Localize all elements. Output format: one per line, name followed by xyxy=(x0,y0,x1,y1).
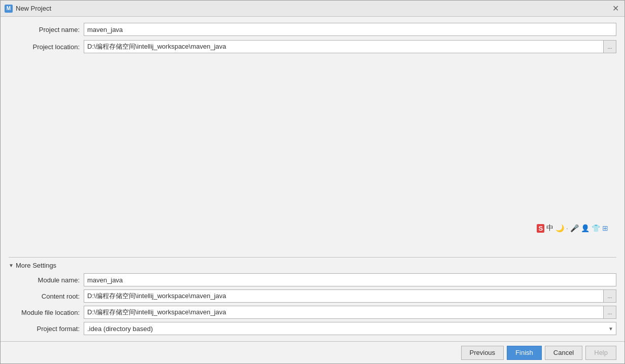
tray-grid-icon: ⊞ xyxy=(602,224,608,232)
tray-dot-icon: · xyxy=(566,224,568,232)
content-area: Project name: Project location: ... S 中 … xyxy=(1,17,624,341)
title-bar-left: M New Project xyxy=(5,5,51,13)
module-file-location-browse-button[interactable]: ... xyxy=(603,306,616,319)
tray-zh-icon: 中 xyxy=(546,224,553,233)
system-tray: S 中 🌙 · 🎤 👤 👕 ⊞ xyxy=(537,224,608,233)
module-file-location-row: Module file location: ... xyxy=(9,306,616,319)
module-file-location-field: ... xyxy=(84,306,616,319)
module-file-location-label: Module file location: xyxy=(9,309,80,316)
more-settings-section: ▼ More Settings Module name: Content roo… xyxy=(9,257,616,335)
tray-shirt-icon: 👕 xyxy=(592,224,600,232)
tray-mic-icon: 🎤 xyxy=(570,224,579,232)
dialog-icon: M xyxy=(5,5,13,13)
more-settings-title: More Settings xyxy=(16,262,56,269)
previous-button[interactable]: Previous xyxy=(461,346,504,360)
finish-button[interactable]: Finish xyxy=(507,346,542,360)
module-name-row: Module name: xyxy=(9,273,616,286)
close-button[interactable]: ✕ xyxy=(610,4,620,14)
content-root-browse-button[interactable]: ... xyxy=(603,289,616,303)
dialog-title: New Project xyxy=(16,5,51,12)
help-button[interactable]: Help xyxy=(585,346,616,360)
project-format-row: Project format: .idea (directory based) … xyxy=(9,322,616,335)
project-name-input[interactable] xyxy=(84,23,616,36)
footer: Previous Finish Cancel Help xyxy=(1,341,624,363)
project-location-field: ... xyxy=(84,40,616,53)
project-location-label: Project location: xyxy=(9,43,80,51)
project-format-label: Project format: xyxy=(9,325,80,333)
project-location-browse-button[interactable]: ... xyxy=(603,40,616,53)
tray-moon-icon: 🌙 xyxy=(555,224,564,232)
project-location-row: Project location: ... xyxy=(9,40,616,53)
more-settings-content: Module name: Content root: ... Module fi… xyxy=(9,273,616,335)
project-name-row: Project name: xyxy=(9,23,616,36)
content-root-row: Content root: ... xyxy=(9,289,616,303)
project-format-wrapper: .idea (directory based) Eclipse (.classp… xyxy=(84,322,616,335)
cancel-button[interactable]: Cancel xyxy=(545,346,582,360)
module-name-label: Module name: xyxy=(9,276,80,284)
content-root-input[interactable] xyxy=(84,289,603,303)
module-file-location-input[interactable] xyxy=(84,306,603,319)
title-bar: M New Project ✕ xyxy=(1,1,624,17)
collapse-arrow-icon: ▼ xyxy=(9,263,14,268)
content-root-field: ... xyxy=(84,289,616,303)
project-format-select[interactable]: .idea (directory based) Eclipse (.classp… xyxy=(84,322,616,335)
main-area: S 中 🌙 · 🎤 👤 👕 ⊞ xyxy=(9,57,616,253)
tray-s-icon: S xyxy=(537,224,544,233)
project-location-input[interactable] xyxy=(84,40,603,53)
module-name-input[interactable] xyxy=(84,273,616,286)
new-project-dialog: M New Project ✕ Project name: Project lo… xyxy=(0,0,625,364)
more-settings-header[interactable]: ▼ More Settings xyxy=(9,262,616,269)
tray-person-icon: 👤 xyxy=(581,224,589,232)
project-name-label: Project name: xyxy=(9,26,80,33)
content-root-label: Content root: xyxy=(9,293,80,300)
